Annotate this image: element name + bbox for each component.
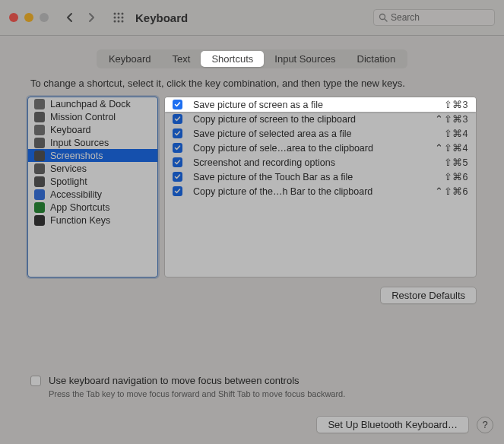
- shortcut-label: Save picture of selected area as a file: [193, 128, 444, 139]
- sidebar-item-label: Accessibility: [50, 189, 102, 200]
- tab-input-sources[interactable]: Input Sources: [264, 51, 346, 67]
- shortcut-enable-checkbox[interactable]: [173, 100, 182, 109]
- shortcut-keys[interactable]: ⇧⌘6: [444, 171, 468, 182]
- sidebar-item-keyboard[interactable]: Keyboard: [28, 123, 157, 136]
- kbnav-checkbox[interactable]: [30, 376, 41, 386]
- bluetooth-keyboard-button[interactable]: Set Up Bluetooth Keyboard…: [316, 416, 469, 433]
- svg-point-5: [122, 17, 124, 19]
- sidebar-item-label: Launchpad & Dock: [50, 99, 131, 109]
- shortcut-enable-checkbox[interactable]: [173, 172, 182, 182]
- back-button[interactable]: [59, 8, 81, 27]
- tab-dictation[interactable]: Dictation: [347, 51, 407, 67]
- shortcut-panel: Save picture of screen as a file⇧⌘3Copy …: [164, 97, 477, 278]
- shortcut-enable-checkbox[interactable]: [173, 157, 182, 167]
- sidebar-item-label: Function Keys: [50, 215, 110, 226]
- category-icon: [34, 125, 45, 135]
- tab-bar: KeyboardTextShortcutsInput SourcesDictat…: [0, 36, 504, 78]
- window-controls: [9, 13, 49, 22]
- search-input[interactable]: [391, 12, 490, 23]
- category-icon: [34, 163, 45, 174]
- sidebar-item-label: Input Sources: [50, 138, 109, 148]
- sidebar-item-label: Mission Control: [50, 112, 116, 122]
- sidebar-item-screenshots[interactable]: Screenshots: [28, 149, 157, 162]
- instruction-text: To change a shortcut, select it, click t…: [0, 78, 504, 97]
- kbnav-label: Use keyboard navigation to move focus be…: [49, 375, 300, 386]
- shortcut-row[interactable]: Screenshot and recording options⇧⌘5: [165, 155, 476, 170]
- shortcut-label: Copy picture of sele…area to the clipboa…: [193, 143, 435, 154]
- shortcut-keys[interactable]: ⌃⇧⌘4: [435, 142, 468, 154]
- shortcut-keys[interactable]: ⇧⌘4: [444, 128, 468, 139]
- shortcut-keys[interactable]: ⌃⇧⌘3: [435, 113, 468, 125]
- category-icon: [34, 151, 45, 161]
- sidebar-item-label: Screenshots: [50, 151, 103, 161]
- shortcut-label: Save picture of screen as a file: [193, 100, 444, 110]
- sidebar-item-label: App Shortcuts: [50, 202, 110, 213]
- category-icon: [34, 138, 45, 148]
- sidebar-item-services[interactable]: Services: [28, 162, 157, 175]
- kbnav-hint: Press the Tab key to move focus forward …: [49, 389, 474, 398]
- shortcut-row[interactable]: Save picture of screen as a file⇧⌘3: [165, 97, 476, 112]
- svg-point-0: [114, 13, 116, 15]
- category-icon: [34, 202, 45, 213]
- restore-defaults-button[interactable]: Restore Defaults: [380, 287, 477, 304]
- shortcut-row[interactable]: Copy picture of screen to the clipboard⌃…: [165, 112, 476, 126]
- sidebar-item-spotlight[interactable]: Spotlight: [28, 175, 157, 188]
- forward-button[interactable]: [81, 8, 102, 27]
- shortcut-enable-checkbox[interactable]: [173, 186, 182, 196]
- shortcut-row[interactable]: Copy picture of the…h Bar to the clipboa…: [165, 184, 476, 198]
- category-icon: [34, 99, 45, 109]
- shortcut-enable-checkbox[interactable]: [173, 114, 182, 124]
- tab-text[interactable]: Text: [162, 51, 201, 67]
- shortcut-keys[interactable]: ⇧⌘5: [444, 157, 468, 168]
- svg-point-1: [118, 13, 120, 15]
- shortcut-label: Screenshot and recording options: [193, 157, 444, 168]
- tab-keyboard[interactable]: Keyboard: [98, 51, 162, 67]
- shortcut-keys[interactable]: ⇧⌘3: [444, 99, 468, 110]
- svg-line-10: [385, 19, 387, 21]
- shortcut-label: Copy picture of the…h Bar to the clipboa…: [193, 186, 435, 197]
- sidebar-item-function-keys[interactable]: Function Keys: [28, 214, 157, 227]
- svg-point-9: [380, 14, 385, 20]
- category-icon: [34, 176, 45, 187]
- svg-point-8: [122, 21, 124, 23]
- window-title: Keyboard: [135, 11, 188, 24]
- category-panel: Launchpad & DockMission ControlKeyboardI…: [27, 97, 158, 278]
- sidebar-item-input-sources[interactable]: Input Sources: [28, 136, 157, 149]
- sidebar-item-app-shortcuts[interactable]: App Shortcuts: [28, 201, 157, 214]
- svg-point-7: [118, 21, 120, 23]
- show-all-prefs-icon[interactable]: [109, 8, 128, 27]
- titlebar: Keyboard: [0, 0, 504, 36]
- svg-point-3: [114, 17, 116, 19]
- kbnav-section: Use keyboard navigation to move focus be…: [30, 375, 474, 398]
- help-button[interactable]: ?: [477, 417, 493, 433]
- zoom-window-icon: [40, 13, 49, 22]
- search-field[interactable]: [373, 9, 495, 26]
- shortcut-keys[interactable]: ⌃⇧⌘6: [435, 186, 468, 197]
- sidebar-item-label: Spotlight: [50, 176, 87, 187]
- shortcut-row[interactable]: Save picture of selected area as a file⇧…: [165, 126, 476, 141]
- svg-point-4: [118, 17, 120, 19]
- category-icon: [34, 112, 45, 122]
- shortcut-row[interactable]: Save picture of the Touch Bar as a file⇧…: [165, 170, 476, 184]
- nav-buttons: [59, 8, 102, 27]
- shortcut-enable-checkbox[interactable]: [173, 143, 182, 153]
- shortcut-row[interactable]: Copy picture of sele…area to the clipboa…: [165, 141, 476, 155]
- search-icon: [379, 13, 388, 22]
- sidebar-item-mission-control[interactable]: Mission Control: [28, 110, 157, 123]
- minimize-window-icon[interactable]: [24, 13, 33, 22]
- category-icon: [34, 189, 45, 200]
- shortcut-enable-checkbox[interactable]: [173, 128, 182, 138]
- svg-point-2: [122, 13, 124, 15]
- sidebar-item-label: Keyboard: [50, 125, 91, 135]
- sidebar-item-accessibility[interactable]: Accessibility: [28, 188, 157, 201]
- sidebar-item-label: Services: [50, 163, 87, 174]
- close-window-icon[interactable]: [9, 13, 18, 22]
- category-icon: [34, 215, 45, 226]
- shortcut-label: Save picture of the Touch Bar as a file: [193, 172, 444, 182]
- sidebar-item-launchpad-dock[interactable]: Launchpad & Dock: [28, 97, 157, 110]
- svg-point-6: [114, 21, 116, 23]
- tab-shortcuts[interactable]: Shortcuts: [201, 51, 264, 67]
- shortcut-label: Copy picture of screen to the clipboard: [193, 114, 435, 125]
